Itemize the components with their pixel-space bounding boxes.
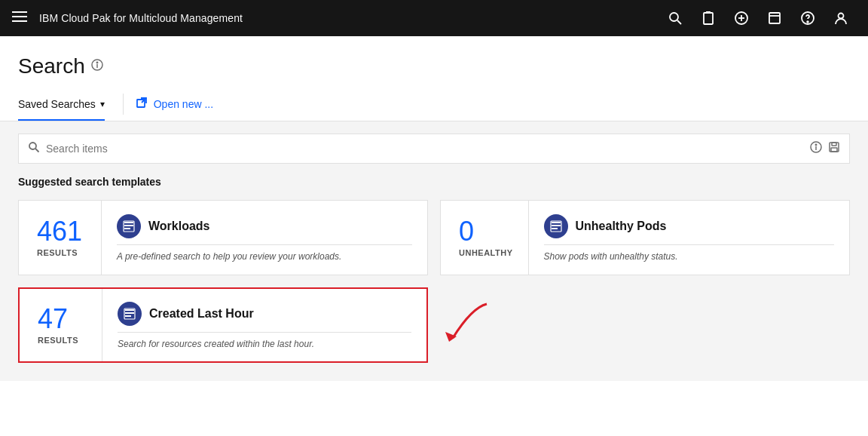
svg-rect-38 [552,228,558,229]
card-created-last-hour[interactable]: 47 RESULTS Created Last Hour Search for … [18,287,428,363]
unhealthy-stat-label: UNHEALTHY [459,248,513,257]
page-content: Search Saved Searches ▾ Open new ... [0,36,868,436]
created-last-hour-title: Created Last Hour [149,307,254,321]
app-title: IBM Cloud Pak for Multicloud Management [39,12,648,24]
created-last-hour-desc: Search for resources created within the … [118,339,411,349]
workloads-desc: A pre-defined search to help you review … [117,251,412,262]
svg-rect-29 [124,228,130,229]
svg-line-20 [35,149,39,152]
page-title: Search [18,54,85,78]
svg-rect-32 [125,312,134,314]
window-icon[interactable] [760,0,790,36]
svg-rect-37 [552,225,561,226]
topnav-icon-group [660,0,856,36]
card-created-last-hour-stat: 47 RESULTS [20,289,102,361]
card-created-last-hour-info: Created Last Hour Search for resources c… [102,289,426,361]
card-created-last-hour-header: Created Last Hour [118,302,411,326]
card-workloads-stat: 461 RESULTS [19,201,102,275]
svg-point-12 [807,21,808,23]
workloads-count: 461 [37,218,86,245]
unhealthy-pods-desc: Show pods with unhealthy status. [544,251,834,262]
svg-point-16 [96,62,97,63]
saved-searches-label: Saved Searches [18,98,96,110]
svg-point-3 [670,13,678,21]
svg-rect-25 [832,143,836,146]
templates-label: Suggested search templates [18,176,850,188]
svg-rect-31 [125,309,134,311]
menu-icon[interactable] [12,9,27,28]
svg-rect-26 [831,148,837,152]
svg-point-19 [29,143,36,149]
svg-rect-2 [12,20,27,22]
user-icon[interactable] [826,0,856,36]
created-last-hour-count: 47 [38,306,87,333]
card-workloads-info: Workloads A pre-defined search to help y… [102,201,427,275]
workloads-stat-label: RESULTS [37,248,86,257]
open-new-label: Open new ... [154,98,213,110]
unhealthy-pods-title: Unhealthy Pods [576,220,667,233]
add-icon[interactable] [726,0,756,36]
svg-point-23 [815,144,816,145]
page-info-icon[interactable] [91,59,103,74]
svg-rect-0 [12,11,27,13]
search-input[interactable] [46,143,804,155]
tabs-bar: Saved Searches ▾ Open new ... [0,88,868,121]
search-area [0,121,868,176]
card-unhealthy-pods-header: Unhealthy Pods [544,214,834,238]
search-bar [18,134,850,164]
page-header: Search [0,36,868,78]
card-unhealthy-pods-stat: 0 UNHEALTHY [441,201,529,275]
left-column: 461 RESULTS Workloads A pre-defined sear… [18,200,428,363]
card-workloads-header: Workloads [117,214,412,238]
svg-rect-28 [124,225,133,226]
workloads-icon [117,214,141,238]
search-info-button[interactable] [810,141,822,156]
saved-searches-dropdown-icon: ▾ [100,99,105,109]
svg-rect-33 [125,315,131,317]
cards-grid: 461 RESULTS Workloads A pre-defined sear… [18,200,850,363]
created-last-hour-icon [118,302,142,326]
created-last-hour-divider [118,332,411,333]
search-nav-icon[interactable] [660,0,690,36]
svg-rect-1 [12,16,27,17]
top-navigation: IBM Cloud Pak for Multicloud Management [0,0,868,36]
open-new-icon [136,97,148,112]
svg-point-13 [839,14,844,19]
svg-rect-5 [704,13,713,24]
search-icon [28,141,40,156]
created-last-hour-stat-label: RESULTS [38,336,87,345]
svg-rect-9 [769,13,780,23]
unhealthy-pods-divider [544,244,834,245]
card-unhealthy-pods[interactable]: 0 UNHEALTHY Unhealthy Pods Show pods wit… [440,200,850,275]
svg-rect-27 [124,222,133,223]
tab-open-new[interactable]: Open new ... [136,88,213,121]
tab-divider [123,94,124,115]
unhealthy-count: 0 [459,218,513,245]
card-unhealthy-pods-info: Unhealthy Pods Show pods with unhealthy … [529,201,849,275]
svg-line-4 [677,20,681,24]
search-save-button[interactable] [828,141,840,156]
right-column: 0 UNHEALTHY Unhealthy Pods Show pods wit… [440,200,850,363]
clipboard-icon[interactable] [693,0,723,36]
card-workloads[interactable]: 461 RESULTS Workloads A pre-defined sear… [18,200,428,275]
workloads-title: Workloads [148,220,210,233]
workloads-divider [117,244,412,245]
templates-section: Suggested search templates 461 RESULTS [0,176,868,381]
tab-saved-searches[interactable]: Saved Searches ▾ [18,89,105,121]
unhealthy-pods-icon [544,214,568,238]
svg-rect-36 [552,222,561,223]
help-icon[interactable] [793,0,823,36]
